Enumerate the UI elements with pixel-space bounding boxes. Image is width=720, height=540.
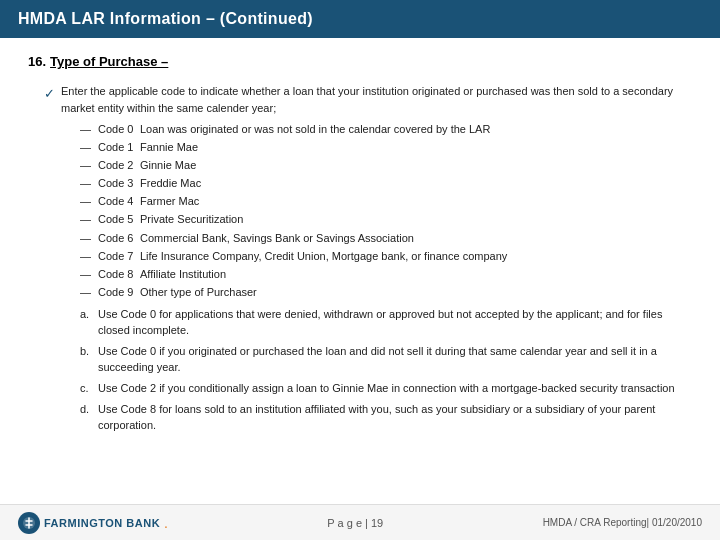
code-description: Ginnie Mae — [140, 157, 196, 174]
code-row: — Code 3 Freddie Mac — [80, 175, 692, 192]
sub-list: a. Use Code 0 for applications that were… — [80, 306, 692, 434]
sub-text: Use Code 0 if you originated or purchase… — [98, 343, 692, 376]
code-description: Affiliate Institution — [140, 266, 226, 283]
code-label: Code 9 — [98, 284, 140, 301]
code-row: — Code 8 Affiliate Institution — [80, 266, 692, 283]
code-description: Life Insurance Company, Credit Union, Mo… — [140, 248, 507, 265]
code-label: Code 3 — [98, 175, 140, 192]
code-list: — Code 0 Loan was originated or was not … — [80, 121, 692, 300]
code-row: — Code 9 Other type of Purchaser — [80, 284, 692, 301]
code-row: — Code 2 Ginnie Mae — [80, 157, 692, 174]
main-content: 16. Type of Purchase – ✓ Enter the appli… — [0, 38, 720, 448]
code-description: Private Securitization — [140, 211, 243, 228]
sub-item: b. Use Code 0 if you originated or purch… — [80, 343, 692, 376]
code-row: — Code 7 Life Insurance Company, Credit … — [80, 248, 692, 265]
code-dash: — — [80, 193, 98, 210]
code-dash: — — [80, 211, 98, 228]
code-description: Commercial Bank, Savings Bank or Savings… — [140, 230, 414, 247]
sub-letter: c. — [80, 380, 98, 397]
sub-letter: a. — [80, 306, 98, 323]
page-header: HMDA LAR Information – (Continued) — [0, 0, 720, 38]
code-dash: — — [80, 266, 98, 283]
header-title: HMDA LAR Information – (Continued) — [18, 10, 313, 27]
code-dash: — — [80, 230, 98, 247]
code-row: — Code 0 Loan was originated or was not … — [80, 121, 692, 138]
footer-left: FARMINGTON BANK. — [18, 512, 168, 534]
bank-icon — [18, 512, 40, 534]
code-label: Code 4 — [98, 193, 140, 210]
sub-text: Use Code 2 if you conditionally assign a… — [98, 380, 675, 397]
code-description: Other type of Purchaser — [140, 284, 257, 301]
code-label: Code 2 — [98, 157, 140, 174]
code-dash: — — [80, 157, 98, 174]
sub-item: c. Use Code 2 if you conditionally assig… — [80, 380, 692, 397]
page-footer: FARMINGTON BANK. P a g e | 19 HMDA / CRA… — [0, 504, 720, 540]
code-dash: — — [80, 139, 98, 156]
sub-letter: b. — [80, 343, 98, 360]
code-label: Code 6 — [98, 230, 140, 247]
code-dash: — — [80, 284, 98, 301]
checkmark-icon: ✓ — [44, 84, 55, 104]
sub-item: a. Use Code 0 for applications that were… — [80, 306, 692, 339]
code-row: — Code 5 Private Securitization — [80, 211, 692, 228]
page-number: 19 — [371, 517, 383, 529]
code-label: Code 0 — [98, 121, 140, 138]
code-row: — Code 6 Commercial Bank, Savings Bank o… — [80, 230, 692, 247]
code-label: Code 1 — [98, 139, 140, 156]
section-title: Type of Purchase – — [50, 52, 168, 72]
code-description: Fannie Mae — [140, 139, 198, 156]
sub-text: Use Code 8 for loans sold to an institut… — [98, 401, 692, 434]
bank-dot: . — [164, 515, 168, 531]
footer-page: P a g e | 19 — [327, 517, 383, 529]
sub-item: d. Use Code 8 for loans sold to an insti… — [80, 401, 692, 434]
bank-logo: FARMINGTON BANK. — [18, 512, 168, 534]
sub-letter: d. — [80, 401, 98, 418]
code-dash: — — [80, 175, 98, 192]
code-row: — Code 1 Fannie Mae — [80, 139, 692, 156]
code-label: Code 5 — [98, 211, 140, 228]
code-row: — Code 4 Farmer Mac — [80, 193, 692, 210]
intro-bullet: ✓ Enter the applicable code to indicate … — [44, 83, 692, 117]
code-label: Code 8 — [98, 266, 140, 283]
code-description: Loan was originated or was not sold in t… — [140, 121, 490, 138]
bank-name: FARMINGTON BANK — [44, 517, 160, 529]
section-number: 16. — [28, 52, 46, 72]
code-label: Code 7 — [98, 248, 140, 265]
code-description: Farmer Mac — [140, 193, 199, 210]
code-dash: — — [80, 121, 98, 138]
page-label: P a g e | — [327, 517, 368, 529]
sub-text: Use Code 0 for applications that were de… — [98, 306, 692, 339]
code-dash: — — [80, 248, 98, 265]
code-description: Freddie Mac — [140, 175, 201, 192]
intro-text: Enter the applicable code to indicate wh… — [61, 83, 692, 117]
footer-right-text: HMDA / CRA Reporting| 01/20/2010 — [543, 517, 702, 528]
